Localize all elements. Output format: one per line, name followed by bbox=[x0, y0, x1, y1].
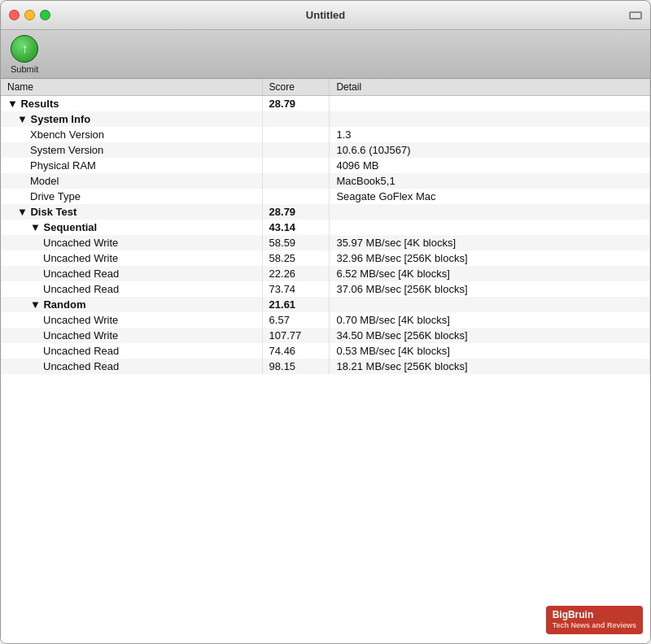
submit-label: Submit bbox=[11, 64, 38, 74]
table-row: Uncached Read73.7437.06 MB/sec [256K blo… bbox=[1, 281, 650, 297]
row-name: Uncached Write bbox=[1, 312, 262, 328]
resize-handle[interactable] bbox=[629, 11, 642, 20]
table-row: Uncached Read74.460.53 MB/sec [4K blocks… bbox=[1, 343, 650, 359]
submit-button[interactable]: Submit bbox=[11, 35, 38, 74]
col-header-detail: Detail bbox=[330, 79, 650, 96]
row-score bbox=[262, 189, 330, 204]
col-header-score: Score bbox=[262, 79, 330, 96]
row-detail: 18.21 MB/sec [256K blocks] bbox=[330, 359, 650, 374]
table-row: Uncached Write6.570.70 MB/sec [4K blocks… bbox=[1, 312, 650, 328]
row-score: 98.15 bbox=[262, 359, 330, 374]
row-detail: 0.70 MB/sec [4K blocks] bbox=[330, 312, 650, 328]
main-window: Untitled Submit Name Score Detail ▼ Resu… bbox=[0, 0, 651, 644]
row-name: ▼ Random bbox=[1, 297, 262, 312]
table-row: Uncached Read98.1518.21 MB/sec [256K blo… bbox=[1, 359, 650, 374]
row-detail: 37.06 MB/sec [256K blocks] bbox=[330, 281, 650, 297]
content-area: Name Score Detail ▼ Results28.79▼ System… bbox=[1, 79, 650, 643]
row-detail: Seagate GoFlex Mac bbox=[330, 189, 650, 204]
row-detail: MacBook5,1 bbox=[330, 173, 650, 189]
row-name: Uncached Write bbox=[1, 235, 262, 250]
row-score: 21.61 bbox=[262, 297, 330, 312]
toolbar: Submit bbox=[1, 30, 650, 79]
row-score: 6.57 bbox=[262, 312, 330, 328]
row-name: Uncached Read bbox=[1, 359, 262, 374]
row-score bbox=[262, 173, 330, 189]
table-row: ▼ Random21.61 bbox=[1, 297, 650, 312]
row-name: ▼ System Info bbox=[1, 111, 262, 127]
row-score: 73.74 bbox=[262, 281, 330, 297]
close-button[interactable] bbox=[9, 10, 20, 20]
row-name: System Version bbox=[1, 142, 262, 158]
row-name: Physical RAM bbox=[1, 158, 262, 173]
row-detail: 1.3 bbox=[330, 127, 650, 142]
row-score: 28.79 bbox=[262, 204, 330, 220]
row-detail: 35.97 MB/sec [4K blocks] bbox=[330, 235, 650, 250]
row-score bbox=[262, 142, 330, 158]
row-name: Uncached Write bbox=[1, 328, 262, 343]
row-score bbox=[262, 158, 330, 173]
row-name: Uncached Write bbox=[1, 250, 262, 266]
table-row: Uncached Write58.2532.96 MB/sec [256K bl… bbox=[1, 250, 650, 266]
window-title: Untitled bbox=[306, 9, 345, 21]
row-detail: 34.50 MB/sec [256K blocks] bbox=[330, 328, 650, 343]
row-score: 28.79 bbox=[262, 96, 330, 112]
submit-icon bbox=[11, 35, 38, 63]
results-table: Name Score Detail ▼ Results28.79▼ System… bbox=[1, 79, 650, 374]
table-row: ▼ System Info bbox=[1, 111, 650, 127]
row-name: Uncached Read bbox=[1, 281, 262, 297]
table-row: Xbench Version1.3 bbox=[1, 127, 650, 142]
table-row: ▼ Sequential43.14 bbox=[1, 220, 650, 235]
row-detail: 32.96 MB/sec [256K blocks] bbox=[330, 250, 650, 266]
row-detail: 6.52 MB/sec [4K blocks] bbox=[330, 266, 650, 281]
row-name: ▼ Sequential bbox=[1, 220, 262, 235]
table-row: ▼ Disk Test28.79 bbox=[1, 204, 650, 220]
row-score bbox=[262, 127, 330, 142]
row-name: Model bbox=[1, 173, 262, 189]
table-row: Drive TypeSeagate GoFlex Mac bbox=[1, 189, 650, 204]
row-detail: 4096 MB bbox=[330, 158, 650, 173]
row-detail bbox=[330, 204, 650, 220]
row-score: 58.25 bbox=[262, 250, 330, 266]
table-row: Uncached Write107.7734.50 MB/sec [256K b… bbox=[1, 328, 650, 343]
watermark-brand: BigBruin bbox=[553, 609, 594, 620]
row-score: 74.46 bbox=[262, 343, 330, 359]
watermark: BigBruin Tech News and Reviews bbox=[546, 606, 643, 634]
row-name: ▼ Results bbox=[1, 96, 262, 112]
row-detail bbox=[330, 96, 650, 112]
row-name: Drive Type bbox=[1, 189, 262, 204]
row-name: Xbench Version bbox=[1, 127, 262, 142]
row-detail bbox=[330, 111, 650, 127]
row-score: 58.59 bbox=[262, 235, 330, 250]
table-row: Uncached Write58.5935.97 MB/sec [4K bloc… bbox=[1, 235, 650, 250]
maximize-button[interactable] bbox=[40, 10, 50, 20]
table-header: Name Score Detail bbox=[1, 79, 650, 96]
row-detail: 0.53 MB/sec [4K blocks] bbox=[330, 343, 650, 359]
row-score: 107.77 bbox=[262, 328, 330, 343]
row-name: Uncached Read bbox=[1, 343, 262, 359]
row-score bbox=[262, 111, 330, 127]
table-row: ModelMacBook5,1 bbox=[1, 173, 650, 189]
window-controls bbox=[9, 10, 50, 20]
watermark-sub: Tech News and Reviews bbox=[553, 621, 636, 631]
titlebar: Untitled bbox=[1, 1, 650, 30]
table-row: Physical RAM4096 MB bbox=[1, 158, 650, 173]
minimize-button[interactable] bbox=[24, 10, 35, 20]
table-row: Uncached Read22.266.52 MB/sec [4K blocks… bbox=[1, 266, 650, 281]
row-score: 22.26 bbox=[262, 266, 330, 281]
table-row: System Version10.6.6 (10J567) bbox=[1, 142, 650, 158]
row-name: Uncached Read bbox=[1, 266, 262, 281]
row-name: ▼ Disk Test bbox=[1, 204, 262, 220]
row-score: 43.14 bbox=[262, 220, 330, 235]
col-header-name: Name bbox=[1, 79, 262, 96]
row-detail: 10.6.6 (10J567) bbox=[330, 142, 650, 158]
row-detail bbox=[330, 297, 650, 312]
row-detail bbox=[330, 220, 650, 235]
table-row: ▼ Results28.79 bbox=[1, 96, 650, 112]
